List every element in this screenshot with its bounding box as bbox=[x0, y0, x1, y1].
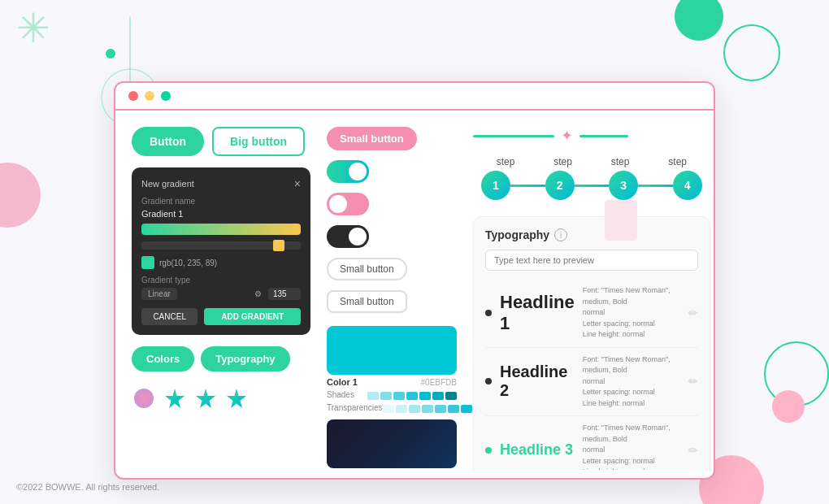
gradient-type-row: Linear ⚙ bbox=[141, 288, 301, 300]
bg-decor-pink-left bbox=[0, 163, 41, 228]
color-1-shades-label: Shades bbox=[327, 390, 354, 399]
gradient-type-value: Linear bbox=[141, 288, 177, 300]
step-circle-4[interactable]: 4 bbox=[673, 171, 702, 200]
pink-square bbox=[605, 200, 637, 241]
bullet-3 bbox=[485, 447, 492, 454]
steps-circles: 1 2 3 4 bbox=[473, 171, 710, 200]
star-icon-1 bbox=[163, 386, 187, 411]
headline-1-row: Headline 1 Font: "Times New Roman", medi… bbox=[485, 279, 698, 348]
toggle-on[interactable] bbox=[327, 160, 369, 183]
toggle-dark[interactable] bbox=[327, 225, 369, 248]
button-green[interactable]: Button bbox=[132, 127, 204, 156]
buttons-row: Button Big button bbox=[132, 127, 310, 156]
steps-labels: step step step step bbox=[473, 156, 710, 167]
starburst-icon: ✳ bbox=[16, 8, 50, 49]
color-1-trans-row: Transparencies bbox=[327, 402, 457, 413]
traffic-light-green[interactable] bbox=[161, 91, 171, 101]
typography-tab-button[interactable]: Typography bbox=[201, 346, 289, 371]
typography-panel: Typography i Headline 1 Font: "Times New… bbox=[473, 216, 710, 470]
color-1-swatch bbox=[327, 326, 457, 375]
gradient-name-value: Gradient 1 bbox=[141, 209, 301, 219]
angle-input[interactable] bbox=[268, 288, 301, 300]
headline-1-text: Headline 1 bbox=[500, 292, 575, 334]
headline-3-edit-icon[interactable]: ✏ bbox=[688, 444, 698, 457]
toggle-knob-on bbox=[349, 163, 367, 180]
headline-2-text: Headline 2 bbox=[500, 363, 575, 400]
lines-row: ✦ bbox=[473, 127, 710, 145]
toggle-knob-off bbox=[329, 195, 347, 213]
toggle-dark-row bbox=[327, 225, 457, 248]
trans-1 bbox=[383, 405, 394, 413]
shade-6 bbox=[432, 392, 444, 400]
shade-7 bbox=[445, 392, 457, 400]
step-connector-1 bbox=[510, 185, 545, 187]
typography-info-icon[interactable]: i bbox=[554, 228, 567, 241]
shade-2 bbox=[380, 392, 392, 400]
small-button-outline-1[interactable]: Small button bbox=[327, 258, 407, 280]
color-4-block: Color 4 #12102F Shades bbox=[327, 419, 457, 470]
step-circle-1[interactable]: 1 bbox=[481, 171, 510, 200]
shade-1 bbox=[367, 392, 379, 400]
steps-container: step step step step 1 2 3 4 bbox=[473, 156, 710, 200]
bg-decor-circle-teal bbox=[675, 0, 723, 41]
headline-1-meta: Font: "Times New Roman", medium, Boldnor… bbox=[583, 285, 680, 341]
gradient-dialog: New gradient × Gradient name Gradient 1 … bbox=[132, 167, 310, 335]
angle-label: ⚙ bbox=[254, 289, 262, 298]
shade-3 bbox=[393, 392, 405, 400]
headline-2-row: Headline 2 Font: "Times New Roman", medi… bbox=[485, 348, 698, 417]
trans-4 bbox=[422, 405, 433, 413]
headline-2-edit-icon[interactable]: ✏ bbox=[688, 375, 698, 388]
button-outline[interactable]: Big button bbox=[212, 127, 305, 156]
color-1-shades bbox=[367, 392, 457, 400]
tab-buttons: Colors Typography bbox=[132, 346, 310, 371]
footer-copyright: ©2022 BOWWE. All rights reserved. bbox=[16, 482, 159, 492]
dialog-header: New gradient × bbox=[141, 177, 301, 190]
colors-tab-button[interactable]: Colors bbox=[132, 346, 194, 371]
step-label-4: step bbox=[653, 156, 702, 167]
trans-5 bbox=[435, 405, 446, 413]
color-swatch-green bbox=[141, 256, 154, 269]
trans-6 bbox=[448, 405, 459, 413]
color-1-trans-label: Transparencies bbox=[327, 403, 383, 412]
color-value-text: rgb(10, 235, 89) bbox=[159, 259, 217, 267]
bg-decor-circle-pink-2 bbox=[772, 390, 805, 423]
color-1-block: Color 1 #0EBFDB Shades bbox=[327, 326, 457, 413]
headline-2-meta: Font: "Times New Roman", medium, Boldnor… bbox=[583, 354, 680, 410]
traffic-light-red[interactable] bbox=[128, 91, 138, 101]
step-star-icon: ✦ bbox=[561, 127, 573, 145]
step-circle-2[interactable]: 2 bbox=[545, 171, 575, 200]
step-circle-3[interactable]: 3 bbox=[609, 171, 638, 200]
color-1-info-row: Color 1 #0EBFDB bbox=[327, 377, 457, 387]
trans-7 bbox=[461, 405, 472, 413]
trans-3 bbox=[409, 405, 420, 413]
step-line-1 bbox=[473, 135, 554, 137]
color-swatch-row: rgb(10, 235, 89) bbox=[141, 256, 301, 269]
bullet-1 bbox=[485, 310, 492, 316]
color-1-hex: #0EBFDB bbox=[421, 378, 457, 387]
bg-decor-circle-outline-1 bbox=[723, 24, 780, 81]
toggle-off[interactable] bbox=[327, 193, 369, 215]
gradient-bar-preview bbox=[141, 224, 301, 235]
step-label-1: step bbox=[481, 156, 530, 167]
headline-1-edit-icon[interactable]: ✏ bbox=[688, 306, 698, 319]
small-button-pink[interactable]: Small button bbox=[327, 127, 417, 150]
typography-title: Typography bbox=[485, 228, 549, 241]
headline-3-meta: Font: "Times New Roman", medium, Boldnor… bbox=[583, 423, 680, 470]
star-icon-2 bbox=[193, 386, 218, 411]
step-label-2: step bbox=[539, 156, 588, 167]
gradient-name-label: Gradient name bbox=[141, 197, 301, 206]
traffic-light-yellow[interactable] bbox=[145, 91, 154, 101]
toggle-off-row bbox=[327, 193, 457, 215]
color-1-shades-row: Shades bbox=[327, 389, 457, 400]
gradient-circle-icon bbox=[132, 386, 156, 411]
gradient-type-label: Gradient type bbox=[141, 276, 301, 285]
typography-preview-input[interactable] bbox=[485, 250, 698, 271]
cancel-button[interactable]: CANCEL bbox=[141, 308, 197, 325]
dialog-close-icon[interactable]: × bbox=[294, 177, 301, 190]
color-panel: Color 1 #0EBFDB Shades bbox=[327, 326, 457, 470]
small-button-outline-2[interactable]: Small button bbox=[327, 290, 407, 313]
add-gradient-button[interactable]: ADD GRADIENT bbox=[204, 308, 301, 325]
bg-decor-dot-green-2 bbox=[106, 49, 115, 59]
browser-window: Button Big button New gradient × Gradien… bbox=[114, 81, 715, 480]
toggle-on-row bbox=[327, 160, 457, 183]
